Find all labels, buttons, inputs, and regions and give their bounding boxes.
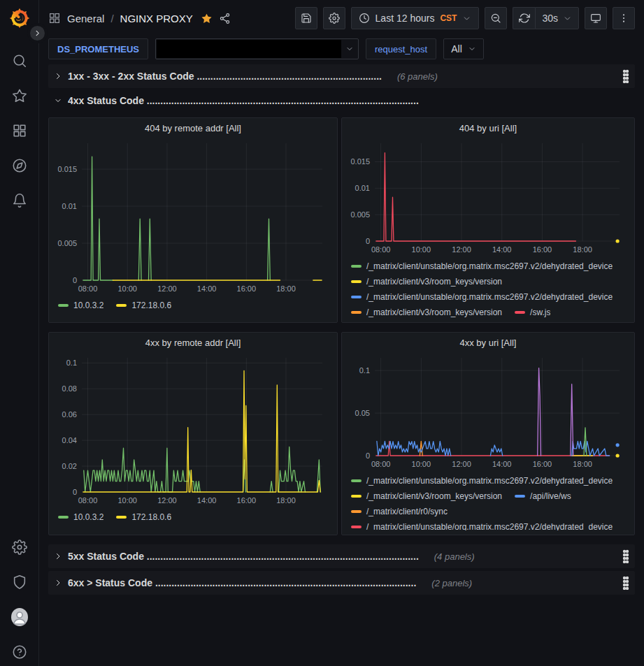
datasource-variable-label: DS_PROMETHEUS xyxy=(48,38,148,59)
legend-item[interactable]: /_matrix/client/r0/sync xyxy=(351,505,448,517)
panel-404-by-remote-addr: 404 by remote addr [All] 00.0050.010.015… xyxy=(48,117,338,323)
row-title: 5xx Status Code ........................… xyxy=(68,551,419,562)
request-host-variable-dropdown[interactable]: All xyxy=(443,38,484,59)
sidebar-expand-button[interactable] xyxy=(30,26,45,41)
legend-label: /_matrix/client/unstable/org.matrix.msc2… xyxy=(366,261,613,271)
favorite-star-icon[interactable] xyxy=(201,13,213,24)
grafana-logo-icon[interactable] xyxy=(9,8,30,29)
time-range-picker[interactable]: Last 12 hours CST xyxy=(351,7,480,29)
dashboards-grid-icon xyxy=(12,123,27,138)
legend-label: /_matrix/client/v3/room_keys/version xyxy=(366,277,502,287)
chart-404-by-remote-addr[interactable]: 00.0050.010.01508:0010:0012:0014:0016:00… xyxy=(54,138,332,296)
sidebar-item-starred[interactable] xyxy=(11,87,28,104)
request-host-variable-label: request_host xyxy=(366,38,436,59)
row-drag-handle[interactable] xyxy=(622,576,629,590)
svg-text:0.1: 0.1 xyxy=(359,366,370,375)
row-header-4xx[interactable]: 4xx Status Code ........................… xyxy=(48,91,635,110)
legend-swatch xyxy=(116,304,127,307)
chart-4xx-by-uri[interactable]: 00.050.108:0010:0012:0014:0016:0018:00 xyxy=(347,352,629,471)
sidebar-item-alerting[interactable] xyxy=(11,192,28,209)
breadcrumb-separator: / xyxy=(110,13,113,24)
legend-item[interactable]: /_matrix/client/unstable/org.matrix.msc2… xyxy=(351,521,613,530)
row-title: 6xx > Status Code ......................… xyxy=(68,577,416,588)
refresh-icon xyxy=(519,13,530,24)
svg-text:10:00: 10:00 xyxy=(412,460,431,468)
svg-text:18:00: 18:00 xyxy=(573,245,592,254)
help-icon xyxy=(12,644,27,660)
monitor-icon xyxy=(590,13,601,24)
legend-swatch xyxy=(351,526,362,528)
zoom-out-time-button[interactable] xyxy=(485,7,507,29)
refresh-button[interactable] xyxy=(513,7,535,29)
panel-title[interactable]: 4xx by remote addr [All] xyxy=(54,335,332,352)
legend-item[interactable]: 10.0.3.2 xyxy=(58,299,103,311)
svg-text:10:00: 10:00 xyxy=(117,284,137,293)
legend-item[interactable]: /sw.js xyxy=(515,306,550,318)
refresh-interval-dropdown[interactable]: 30s xyxy=(535,7,579,29)
row-header-6xx[interactable]: 6xx > Status Code ......................… xyxy=(48,571,635,595)
breadcrumb-section[interactable]: General xyxy=(67,13,104,24)
svg-text:16:00: 16:00 xyxy=(237,496,257,505)
row-header-1xx-3xx-2xx[interactable]: 1xx - 3xx - 2xx Status Code ............… xyxy=(48,64,635,88)
panel-4xx-by-remote-addr: 4xx by remote addr [All] 00.020.040.060.… xyxy=(48,332,338,535)
panel-4xx-by-uri: 4xx by uri [All] 00.050.108:0010:0012:00… xyxy=(341,332,635,535)
panel-title[interactable]: 404 by remote addr [All] xyxy=(54,121,332,138)
panel-title[interactable]: 404 by uri [All] xyxy=(347,121,629,138)
legend-item[interactable]: /_matrix/client/unstable/org.matrix.msc2… xyxy=(351,475,613,486)
legend-item[interactable]: 172.18.0.6 xyxy=(116,511,171,523)
svg-text:0.06: 0.06 xyxy=(62,410,77,419)
panel-title[interactable]: 4xx by uri [All] xyxy=(347,335,629,352)
timezone-label: CST xyxy=(440,13,457,23)
sidebar-item-dashboards[interactable] xyxy=(11,122,28,139)
svg-text:14:00: 14:00 xyxy=(492,245,512,254)
legend-swatch xyxy=(351,296,362,298)
datasource-variable-dropdown[interactable] xyxy=(155,38,359,59)
sidebar-item-configuration[interactable] xyxy=(11,539,28,556)
dashboard-title[interactable]: NGINX PROXY xyxy=(120,13,193,24)
chevron-right-icon xyxy=(54,579,62,587)
legend-item[interactable]: 10.0.3.2 xyxy=(58,511,103,523)
legend-item[interactable]: /_matrix/client/v3/room_keys/version xyxy=(351,306,502,318)
svg-text:18:00: 18:00 xyxy=(276,496,296,505)
legend-item[interactable]: /_matrix/client/unstable/org.matrix.msc2… xyxy=(351,260,613,272)
kebab-menu-button[interactable] xyxy=(613,7,635,29)
legend-item[interactable]: /_matrix/client/v3/room_keys/version xyxy=(351,490,502,502)
dashboard-content: 1xx - 3xx - 2xx Status Code ............… xyxy=(39,61,644,595)
chart-4xx-by-remote-addr[interactable]: 00.020.040.060.080.108:0010:0012:0014:00… xyxy=(54,352,332,507)
chart-404-by-uri[interactable]: 00.0050.010.01508:0010:0012:0014:0016:00… xyxy=(347,138,629,256)
dashboard-settings-button[interactable] xyxy=(323,7,345,29)
chevron-right-icon xyxy=(54,72,62,80)
legend-label: /_matrix/client/v3/room_keys/version xyxy=(366,491,502,501)
panel-404-by-uri: 404 by uri [All] 00.0050.010.01508:0010:… xyxy=(341,117,635,323)
svg-text:0.1: 0.1 xyxy=(66,359,77,367)
sidebar-item-profile[interactable] xyxy=(11,609,28,625)
redacted-value xyxy=(157,40,341,58)
svg-text:0.005: 0.005 xyxy=(57,239,77,247)
legend-item[interactable]: /_matrix/client/v3/room_keys/version xyxy=(351,275,502,287)
legend-item[interactable]: /api/live/ws xyxy=(515,490,571,502)
legend-item[interactable]: /_matrix/client/unstable/org.matrix.msc2… xyxy=(351,291,613,303)
svg-text:08:00: 08:00 xyxy=(78,284,98,293)
svg-text:0.015: 0.015 xyxy=(350,157,370,166)
sidebar-item-help[interactable] xyxy=(11,644,28,660)
save-dashboard-button[interactable] xyxy=(295,7,317,29)
share-icon[interactable] xyxy=(219,13,231,24)
search-icon xyxy=(12,53,27,68)
row-title: 1xx - 3xx - 2xx Status Code ............… xyxy=(68,71,382,82)
tv-mode-button[interactable] xyxy=(585,7,607,29)
clock-icon xyxy=(359,13,370,24)
legend-label: 172.18.0.6 xyxy=(131,512,171,522)
sidebar-nav-bottom xyxy=(11,539,28,666)
row-drag-handle[interactable] xyxy=(622,69,629,83)
row-drag-handle[interactable] xyxy=(622,549,629,563)
zoom-out-icon xyxy=(490,13,501,24)
sidebar-item-explore[interactable] xyxy=(11,157,28,174)
sidebar-item-search[interactable] xyxy=(11,52,28,69)
row-header-5xx[interactable]: 5xx Status Code ........................… xyxy=(48,544,635,568)
legend-item[interactable]: 172.18.0.6 xyxy=(116,299,171,311)
sidebar-item-server-admin[interactable] xyxy=(11,574,28,591)
panel-legend: /_matrix/client/unstable/org.matrix.msc2… xyxy=(347,256,629,318)
legend-label: 10.0.3.2 xyxy=(73,301,103,310)
row-title: 4xx Status Code ........................… xyxy=(68,95,419,106)
svg-text:0.02: 0.02 xyxy=(62,462,77,470)
